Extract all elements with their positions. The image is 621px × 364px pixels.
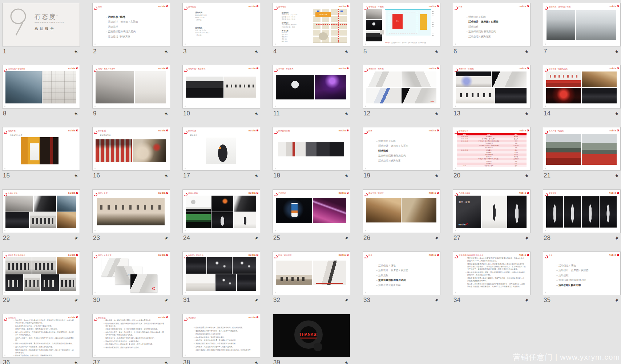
slide-thumbnail-21[interactable]: 来宾入场 / 红毯区nubia xyxy=(543,127,621,171)
slide-thumbnail-36[interactable]: 活动总结nubia整体而言，发布会人气与媒体关注度较高，现场秩序与流程把控良好，… xyxy=(2,314,80,357)
slide-thumbnail-10[interactable]: 场馆外观 / 展示区域nubia xyxy=(182,65,260,109)
slide-label-bar: 14★ xyxy=(543,109,621,118)
slide-label-bar: 35★ xyxy=(543,295,621,305)
photo-row xyxy=(21,137,59,164)
slide-thumbnail-7[interactable]: 场馆外观活动现场 / 实景nubia xyxy=(543,3,621,46)
nubia-logo-mark-icon xyxy=(437,254,439,256)
slide-number: 33 xyxy=(363,296,370,304)
slide-thumbnail-20[interactable]: 活动流程表nubia时间内容备注13:30-14:00媒体签到签到处14:00-… xyxy=(453,127,531,171)
nubia-logo-text: nubia xyxy=(519,67,526,70)
photo-crowd-dark xyxy=(582,88,617,103)
slide-title: 模特走秀 / 新品展示 xyxy=(8,254,25,256)
slide-cell: 媒体交流 / 采访区nubia26★ xyxy=(363,189,440,248)
slide-thumbnail-5[interactable]: 场地信息 / 平面图nubia舞台场地信息：主展区约1200㎡，层高9m；红色为… xyxy=(363,3,440,46)
slide-thumbnail-25[interactable]: 产品亮相nubia xyxy=(273,189,350,233)
slide-thumbnail-24[interactable]: 发布会现场nubia xyxy=(182,189,260,233)
slide-cell: 媒体采访nubia媒体采访17★ xyxy=(182,127,260,185)
nubia-logo-mark-icon xyxy=(617,5,619,8)
slide-thumbnail-34[interactable]: 监测传媒指标表现及趋向分析nubia百度指数显示，发布会当日“有态度”关键词搜索… xyxy=(453,251,531,295)
agenda-item: 活动流程 xyxy=(556,273,617,278)
photo-stage-red xyxy=(546,88,581,103)
photo-hall-gray xyxy=(96,71,134,103)
slide-thumbnail-15[interactable]: 现场布置nubia现场签到台布置 xyxy=(2,127,80,171)
slide-thumbnail-17[interactable]: 媒体采访nubia媒体采访 xyxy=(182,127,260,171)
nubia-logo-text: nubia xyxy=(609,67,616,70)
agenda-item: 活动总结 / 解决方案 xyxy=(106,34,167,39)
nubia-logo-mark-icon xyxy=(166,130,169,132)
slide-thumbnail-13[interactable]: 展区设计 / 实景图nubia xyxy=(453,65,531,109)
text-bullet-item: 优化彩排时间安排，预留完整联排窗口。 xyxy=(194,336,255,339)
nubia-logo-mark-icon xyxy=(527,192,529,194)
animation-star-icon: ★ xyxy=(614,173,620,179)
slide-thumbnail-22[interactable]: 入场 / 排队nubia xyxy=(2,189,80,233)
slide-thumbnail-18[interactable]: 媒体到场全景nubia xyxy=(273,127,350,171)
photo-dark-stage-person xyxy=(211,212,234,228)
slide-thumbnail-14[interactable]: 活动现场 / 签到红毯区nubia xyxy=(543,65,621,109)
slide-title: 发布会现场 xyxy=(188,192,198,194)
slide-thumbnail-31[interactable]: 体验区 / 现场互动nubia xyxy=(182,251,260,295)
photo-row xyxy=(5,212,77,228)
slide-thumbnail-8[interactable]: 活动现场 / 场馆内部nubia xyxy=(2,65,80,109)
slide-title: 展区设计 / 效果图 xyxy=(368,68,384,70)
nubia-logo-mark-icon xyxy=(257,5,259,8)
agenda-item: 活动设计 效果图 / 实景图 xyxy=(106,19,167,24)
slide-thumbnail-6[interactable]: 目录nubia活动信息 / 场地活动设计 效果图 / 实景图活动流程监测传媒指标… xyxy=(453,3,531,46)
brand-swirl-icon xyxy=(184,253,187,257)
photo-row xyxy=(366,71,437,87)
slide-thumbnail-26[interactable]: 媒体交流 / 采访区nubia xyxy=(363,189,440,233)
page-number-mark xyxy=(94,355,96,356)
slide-label-bar: 17★ xyxy=(182,171,260,180)
slide-thumbnail-1[interactable]: 有态度®智能手机新品发布会暨媒体沟通会总结总结报告 xyxy=(2,3,80,46)
page-number-mark xyxy=(545,292,546,293)
animation-star-icon: ★ xyxy=(74,235,79,241)
text-bullet-item: 视频直播累计观看人数超过280万，弹幕互动活跃，二次传播效果良好，相关短视频播放… xyxy=(465,277,526,282)
slide-thumbnail-39[interactable]: THANKS! xyxy=(273,314,350,357)
slide-label-bar: 4★ xyxy=(273,47,350,56)
slide-cell: 体验区 / 现场互动nubia31★ xyxy=(182,251,260,310)
slide-thumbnail-30[interactable]: 展区 / 效果总览nubianubia xyxy=(92,251,170,295)
page-number-mark xyxy=(275,106,276,107)
brand-swirl-icon xyxy=(274,191,278,195)
slide-thumbnail-37[interactable]: 执行复盘nubia媒体邀请：核心媒体到场率约90%，行业与大众媒体覆盖均衡。现场… xyxy=(92,314,170,357)
nubia-logo-text: nubia xyxy=(68,254,76,256)
nubia-logo-text: nubia xyxy=(158,129,166,132)
slide-thumbnail-23[interactable]: 展区 / 参观nubia xyxy=(92,189,170,233)
slide-thumbnail-9[interactable]: 场馆 / 展区 / 布置中nubia xyxy=(92,65,170,109)
slide-thumbnail-29[interactable]: 模特走秀 / 新品展示nubia xyxy=(2,251,80,295)
slide-thumbnail-38[interactable]: 改进建议nubia提前锁定重点媒体专访名单，预留充足专访时间，优化采访间隔。签到… xyxy=(182,314,260,357)
slide-thumbnail-4[interactable]: 活动地点nubia活动时间:2014.12.16（二）14:00媒体场 14:0… xyxy=(273,3,350,46)
nubia-logo-text: nubia xyxy=(609,254,616,256)
slide-thumbnail-28[interactable]: 嘉宾演讲nubia xyxy=(543,189,621,233)
slide-header: 媒体签到nubia xyxy=(94,128,168,132)
photo-yellow-wall xyxy=(21,137,59,164)
nubia-logo-text: nubia xyxy=(519,129,526,132)
nubia-logo-text: nubia xyxy=(339,254,346,256)
photo-area xyxy=(186,196,257,228)
slide-number: 22 xyxy=(3,234,10,242)
slide-thumbnail-12[interactable]: 展区设计 / 效果图nubianubia xyxy=(363,65,440,109)
slide-thumbnail-35[interactable]: 目录nubia活动信息 / 场地活动设计 效果图 / 实景图活动流程监测传媒指标… xyxy=(543,251,621,295)
slide-thumbnail-33[interactable]: 目录nubia活动信息 / 场地活动设计 效果图 / 实景图活动流程监测传媒指标… xyxy=(363,251,440,295)
photo-screen9 xyxy=(186,196,211,212)
slide-cell: 展区 / 参观nubia23★ xyxy=(92,189,170,248)
slide-thumbnail-32[interactable]: 论坛 / 对话环节nubia xyxy=(273,251,350,295)
photo-crowd-warm xyxy=(582,71,617,87)
map-callout-label: 798·第一车间 xyxy=(315,12,331,17)
brand-swirl-icon xyxy=(4,316,7,319)
slide-title: 入场 / 排队 xyxy=(8,192,17,194)
slide-thumbnail-16[interactable]: 媒体签到nubia媒体陆续到场 xyxy=(92,127,170,171)
slide-thumbnail-3[interactable]: 活动信息nubia活动时间2014年12月16日14:00 - 17:30（媒体… xyxy=(182,3,260,46)
slide-cell: 活动总结nubia整体而言，发布会人气与媒体关注度较高，现场秩序与流程把控良好，… xyxy=(2,314,80,364)
slide-thumbnail-27[interactable]: 产品理念发布nubia扁平·有机nubia xyxy=(453,189,531,233)
slide-thumbnail-2[interactable]: 目录nubia活动信息 / 场地活动设计 效果图 / 实景图活动流程监测传媒指标… xyxy=(92,3,170,46)
slide-number: 23 xyxy=(93,234,100,242)
map-marker xyxy=(317,11,319,12)
animation-star-icon: ★ xyxy=(254,297,259,303)
animation-star-icon: ★ xyxy=(74,111,79,116)
slide-thumbnail-19[interactable]: 目录nubia活动信息 / 场地活动设计 效果图 / 实景图活动流程监测传媒指标… xyxy=(363,127,440,171)
slide-thumbnail-11[interactable]: 发布会 / 舞台效果nubia xyxy=(273,65,350,109)
slide-header: 展区 / 效果总览nubia xyxy=(94,253,168,257)
info-line: 2014年12月16日 xyxy=(195,14,207,17)
venue-photo-column xyxy=(366,9,382,41)
slide-title: 产品亮相 xyxy=(278,192,286,194)
